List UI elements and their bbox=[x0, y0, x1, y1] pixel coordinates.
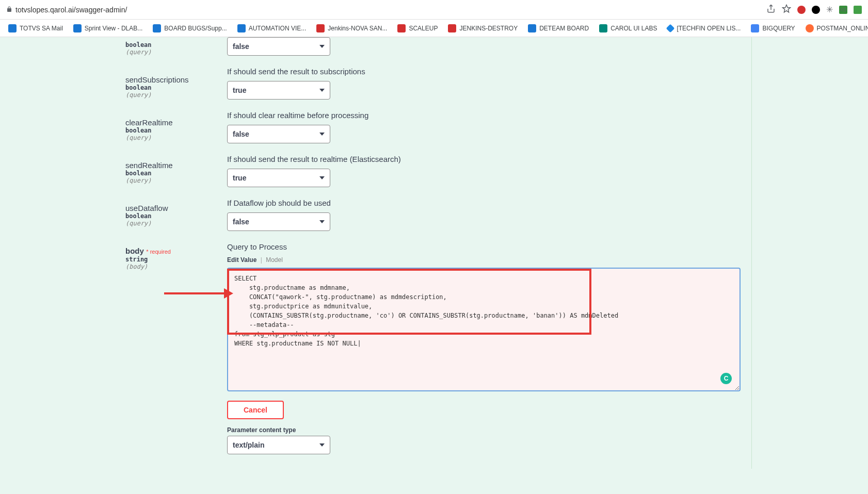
param-name: sendSubscriptions bbox=[125, 75, 227, 84]
param-in: (body) bbox=[125, 263, 227, 270]
param-type: boolean bbox=[125, 84, 227, 91]
share-icon[interactable] bbox=[766, 4, 776, 15]
bookmark-label: SCALEUP bbox=[409, 25, 438, 32]
star-icon[interactable] bbox=[782, 4, 791, 15]
bookmark-label: TOTVS SA Mail bbox=[20, 25, 63, 32]
bookmark-label: [TECHFIN OPEN LIS... bbox=[677, 25, 741, 32]
bookmark-item[interactable]: SCALEUP bbox=[393, 22, 442, 35]
bookmark-item[interactable]: Sprint View - DLAB... bbox=[69, 22, 147, 35]
browser-url-bar: totvslopes.qarol.ai/swagger-admin/ ✳ XS bbox=[0, 0, 868, 20]
bookmark-item[interactable]: BOARD BUGS/Supp... bbox=[149, 22, 231, 35]
param-type: boolean bbox=[125, 41, 227, 48]
extension-green-icon[interactable] bbox=[854, 6, 862, 14]
param-type: boolean bbox=[125, 170, 227, 177]
chevron-down-icon bbox=[319, 45, 325, 48]
swagger-panel: boolean (query) sendSubscriptions boolea… bbox=[0, 37, 868, 494]
bookmark-icon bbox=[528, 24, 536, 32]
select-useDataflow[interactable]: false bbox=[227, 212, 330, 231]
tab-edit-value[interactable]: Edit Value bbox=[227, 256, 256, 264]
bookmark-icon bbox=[806, 24, 814, 32]
cancel-button[interactable]: Cancel bbox=[227, 401, 284, 419]
chevron-down-icon bbox=[319, 443, 325, 447]
bookmark-item[interactable]: TOTVS SA Mail bbox=[4, 22, 67, 35]
url-text[interactable]: totvslopes.qarol.ai/swagger-admin/ bbox=[15, 6, 127, 14]
param-clearRealtime: clearRealtime boolean (query) bbox=[125, 107, 227, 150]
param-type: boolean bbox=[125, 127, 227, 134]
select-value: false bbox=[233, 42, 249, 51]
param-name: sendRealtime bbox=[125, 161, 227, 170]
browser-actions: ✳ XS bbox=[766, 4, 862, 15]
chevron-down-icon bbox=[319, 220, 325, 223]
select-clearRealtime[interactable]: false bbox=[227, 125, 330, 143]
bookmark-icon bbox=[666, 24, 675, 32]
bookmark-label: JENKINS-DESTROY bbox=[459, 25, 518, 32]
extension-abp-icon[interactable] bbox=[797, 6, 806, 14]
bookmark-label: POSTMAN_ONLINE bbox=[817, 25, 868, 32]
extension-dark-icon[interactable] bbox=[812, 6, 820, 14]
bookmark-item[interactable]: [TECHFIN OPEN LIS... bbox=[663, 23, 745, 34]
bookmark-item[interactable]: AUTOMATION VIE... bbox=[233, 22, 311, 35]
params-content: false If should send the result to subsc… bbox=[227, 37, 751, 469]
param-sendRealtime: sendRealtime boolean (query) bbox=[125, 150, 227, 192]
bookmark-label: BOARD BUGS/Supp... bbox=[164, 25, 227, 32]
bookmark-label: DETEAM BOARD bbox=[539, 25, 589, 32]
bookmark-item[interactable]: JENKINS-DESTROY bbox=[444, 22, 522, 35]
annotation-arrow-line bbox=[164, 292, 227, 294]
bookmark-icon bbox=[751, 24, 759, 32]
param-in: (query) bbox=[125, 134, 227, 141]
select-cdc[interactable]: false bbox=[227, 37, 330, 56]
extension-xs-icon[interactable]: XS bbox=[839, 6, 847, 14]
param-cdc: boolean (query) bbox=[125, 37, 227, 64]
bookmark-item[interactable]: CAROL UI LABS bbox=[595, 22, 661, 35]
param-useDataflow: useDataflow boolean (query) bbox=[125, 192, 227, 235]
bookmarks-bar: TOTVS SA Mail Sprint View - DLAB... BOAR… bbox=[0, 20, 868, 37]
bookmark-item[interactable]: Jenkins-NOVA SAN... bbox=[312, 22, 391, 35]
bookmark-label: Sprint View - DLAB... bbox=[85, 25, 143, 32]
chevron-down-icon bbox=[319, 89, 325, 92]
param-name: clearRealtime bbox=[125, 118, 227, 127]
bookmark-icon bbox=[8, 24, 17, 32]
extension-gear-icon[interactable]: ✳ bbox=[826, 5, 833, 14]
param-type: string bbox=[125, 256, 227, 263]
chevron-down-icon bbox=[319, 176, 325, 179]
param-desc: Query to Process bbox=[227, 242, 742, 251]
bookmark-label: Jenkins-NOVA SAN... bbox=[328, 25, 387, 32]
param-body: body * required string (body) bbox=[125, 235, 227, 278]
select-value: false bbox=[233, 218, 249, 226]
param-name: useDataflow bbox=[125, 204, 227, 212]
param-in: (query) bbox=[125, 91, 227, 98]
bookmark-icon bbox=[237, 24, 246, 32]
bookmark-label: CAROL UI LABS bbox=[610, 25, 657, 32]
lock-icon bbox=[6, 5, 12, 14]
select-content-type[interactable]: text/plain bbox=[227, 436, 330, 454]
chevron-down-icon bbox=[319, 133, 325, 136]
select-value: true bbox=[233, 174, 246, 182]
bookmark-item[interactable]: DETEAM BOARD bbox=[524, 22, 593, 35]
params-sidebar: boolean (query) sendSubscriptions boolea… bbox=[116, 37, 227, 469]
param-in: (query) bbox=[125, 220, 227, 227]
bookmark-icon bbox=[73, 24, 82, 32]
select-sendRealtime[interactable]: true bbox=[227, 169, 330, 187]
bookmark-item[interactable]: BIGQUERY bbox=[747, 22, 799, 35]
body-tabs: Edit Value | Model bbox=[227, 256, 742, 264]
bookmark-label: AUTOMATION VIE... bbox=[249, 25, 307, 32]
grammarly-badge[interactable]: C bbox=[720, 373, 732, 384]
bookmark-icon bbox=[599, 24, 607, 32]
select-value: true bbox=[233, 86, 246, 94]
query-textarea-wrap: C bbox=[227, 268, 742, 393]
bookmark-icon bbox=[316, 24, 325, 32]
param-in: (query) bbox=[125, 177, 227, 184]
bookmark-icon bbox=[448, 24, 456, 32]
tab-separator: | bbox=[261, 256, 262, 264]
bookmark-item[interactable]: POSTMAN_ONLINE bbox=[801, 22, 868, 35]
select-sendSubscriptions[interactable]: true bbox=[227, 81, 330, 100]
param-desc: If should send the result to realtime (E… bbox=[227, 155, 742, 163]
content-type-label: Parameter content type bbox=[227, 426, 742, 434]
param-type: boolean bbox=[125, 212, 227, 220]
bookmark-label: BIGQUERY bbox=[762, 25, 795, 32]
query-textarea[interactable] bbox=[227, 268, 741, 391]
bookmark-icon bbox=[397, 24, 406, 32]
tab-model[interactable]: Model bbox=[266, 256, 283, 264]
param-sendSubscriptions: sendSubscriptions boolean (query) bbox=[125, 64, 227, 107]
param-desc: If Dataflow job should be used bbox=[227, 199, 742, 207]
